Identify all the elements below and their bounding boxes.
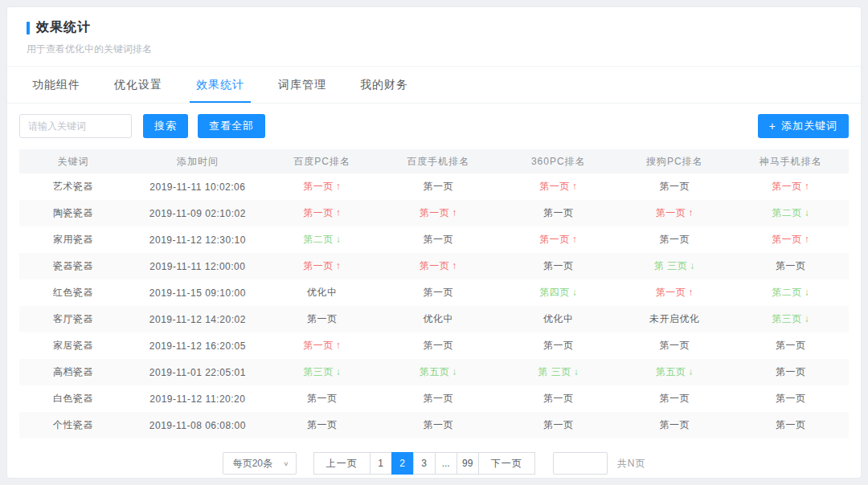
rank-cell: 第三页↓ <box>732 306 849 332</box>
rank-cell: 第二页↓ <box>732 200 849 226</box>
view-all-button[interactable]: 查看全部 <box>198 114 265 138</box>
toolbar: 搜索 查看全部 + 添加关键词 <box>7 104 861 148</box>
rank-value: 第一页 <box>423 181 453 192</box>
rank-cell: 第一页 <box>732 359 849 385</box>
rank-value: 第一页 <box>543 260 574 271</box>
page-header: 效果统计 用于查看优化中的关键词排名 <box>7 7 861 66</box>
rank-value: 第一页 <box>543 419 574 430</box>
chevron-down-icon: ∨ <box>283 460 289 467</box>
rank-cell: 第一页 <box>268 385 376 412</box>
rank-cell: 优化中 <box>268 279 376 306</box>
rank-value: 第 三页↓ <box>654 260 695 271</box>
page-size-select[interactable]: 每页20条 ∨ <box>223 452 297 475</box>
arrow-up-icon: ↑ <box>336 260 342 271</box>
arrow-up-icon: ↑ <box>688 287 694 298</box>
rank-cell: 第一页↑ <box>501 226 616 253</box>
pagination: 每页20条 ∨ 上一页123...99下一页 共N页 <box>7 452 861 475</box>
prev-page-button[interactable]: 上一页 <box>313 452 371 475</box>
rank-cell: 第三页↓ <box>268 359 376 385</box>
table-row: 艺术瓷器2019-11-11 10:02:06第一页↑第一页第一页↑第一页第一页… <box>19 173 849 200</box>
arrow-down-icon: ↓ <box>336 366 342 377</box>
arrow-up-icon: ↑ <box>572 234 578 245</box>
rank-cell: 第一页 <box>616 412 732 438</box>
arrow-up-icon: ↑ <box>572 181 578 192</box>
keyword-rank-table: 关键词添加时间百度PC排名百度手机排名360PC排名搜狗PC排名神马手机排名 艺… <box>19 149 849 438</box>
rank-cell: 第一页 <box>616 385 732 412</box>
page-button-3[interactable]: 3 <box>413 452 436 475</box>
rank-value: 第一页↑ <box>772 234 809 245</box>
table-row: 瓷器瓷器2019-11-11 12:00:00第一页↑第一页↑第一页第 三页↓第… <box>19 253 849 279</box>
arrow-down-icon: ↓ <box>574 366 579 377</box>
rank-value: 第一页↑ <box>303 207 341 218</box>
arrow-up-icon: ↑ <box>452 260 457 271</box>
rank-value: 第一页 <box>776 419 806 430</box>
rank-cell: 第一页↑ <box>268 332 376 359</box>
rank-value: 第一页 <box>660 181 690 192</box>
rank-cell: 第一页 <box>268 412 376 438</box>
add-keyword-button[interactable]: + 添加关键词 <box>758 114 849 138</box>
rank-value: 第二页↓ <box>772 287 809 298</box>
plus-icon: + <box>769 120 776 132</box>
rank-cell: 第一页 <box>732 412 849 438</box>
added-time-cell: 2019-11-12 11:20:20 <box>127 385 268 412</box>
arrow-down-icon: ↓ <box>452 366 457 377</box>
arrow-down-icon: ↓ <box>572 287 578 298</box>
column-header: 搜狗PC排名 <box>616 149 732 173</box>
page-button-99[interactable]: 99 <box>457 452 479 475</box>
tab-优化设置[interactable]: 优化设置 <box>108 67 169 103</box>
rank-cell: 第一页 <box>732 332 849 359</box>
rank-value: 第一页 <box>423 234 453 245</box>
tab-词库管理[interactable]: 词库管理 <box>272 67 333 103</box>
rank-cell: 第一页↑ <box>268 253 376 279</box>
search-button[interactable]: 搜索 <box>143 114 188 138</box>
pager: 上一页123...99下一页 <box>314 452 535 475</box>
rank-cell: 第一页 <box>501 412 616 438</box>
keyword-cell: 陶瓷瓷器 <box>19 200 127 226</box>
rank-cell: 第一页 <box>376 412 501 438</box>
search-input[interactable] <box>19 114 132 138</box>
rank-cell: 第 三页↓ <box>616 253 732 279</box>
rank-value: 第一页↑ <box>420 207 457 218</box>
rank-cell: 第四页↓ <box>501 279 616 306</box>
column-header: 百度PC排名 <box>268 149 376 173</box>
rank-cell: 第一页↑ <box>376 253 501 279</box>
keyword-cell: 个性瓷器 <box>19 412 127 438</box>
rank-value: 第一页 <box>307 313 338 324</box>
page-title: 效果统计 <box>36 19 91 36</box>
arrow-down-icon: ↓ <box>336 234 342 245</box>
arrow-down-icon: ↓ <box>805 313 810 324</box>
rank-cell: 第一页↑ <box>732 226 849 253</box>
page-button-1[interactable]: 1 <box>370 452 392 475</box>
tab-功能组件[interactable]: 功能组件 <box>26 67 87 103</box>
rank-cell: 第一页 <box>616 332 732 359</box>
rank-value: 第一页 <box>660 234 690 245</box>
rank-cell: 第一页 <box>616 226 732 253</box>
arrow-up-icon: ↑ <box>336 181 342 192</box>
rank-value: 第一页↑ <box>303 260 341 271</box>
page-subtitle: 用于查看优化中的关键词排名 <box>27 43 841 56</box>
page-jump-input[interactable] <box>553 452 608 475</box>
rank-cell: 第一页↑ <box>268 200 376 226</box>
rank-value: 第一页 <box>307 419 338 430</box>
rank-value: 第一页 <box>423 287 453 298</box>
page-button-2[interactable]: 2 <box>391 452 414 475</box>
keyword-cell: 瓷器瓷器 <box>19 253 127 279</box>
tab-bar: 功能组件优化设置效果统计词库管理我的财务 <box>7 67 861 103</box>
rank-cell: 第五页↓ <box>376 359 501 385</box>
rank-cell: 第一页 <box>732 253 849 279</box>
arrow-up-icon: ↑ <box>688 207 694 218</box>
next-page-button[interactable]: 下一页 <box>478 452 535 475</box>
tab-效果统计[interactable]: 效果统计 <box>190 67 251 103</box>
rank-cell: 优化中 <box>376 306 501 332</box>
rank-value: 第一页 <box>543 340 574 351</box>
rank-value: 第一页 <box>776 366 806 377</box>
rank-cell: 第五页↓ <box>616 359 732 385</box>
add-keyword-label: 添加关键词 <box>781 119 837 133</box>
page-ellipsis[interactable]: ... <box>435 452 457 475</box>
rank-value: 第一页 <box>423 419 453 430</box>
tab-我的财务[interactable]: 我的财务 <box>354 67 415 103</box>
rank-value: 第五页↓ <box>420 366 457 377</box>
added-time-cell: 2019-11-01 22:05:01 <box>127 359 268 385</box>
table-header-row: 关键词添加时间百度PC排名百度手机排名360PC排名搜狗PC排名神马手机排名 <box>19 149 849 173</box>
rank-cell: 第一页 <box>732 385 849 412</box>
